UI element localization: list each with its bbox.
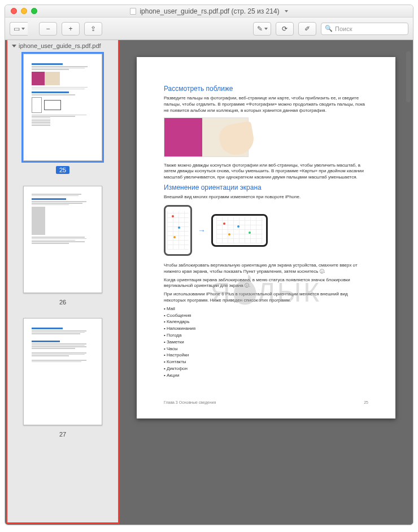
thumbnails-list[interactable]: 25 26	[7, 51, 118, 522]
heading-zoom: Рассмотреть поближе	[164, 84, 368, 93]
share-icon: ⇪	[90, 25, 96, 33]
window-maximize-button[interactable]	[31, 8, 37, 14]
window-title-text: iphone_user_guide_rs.pdf.pdf (стр. 25 из…	[140, 7, 279, 15]
title-dropdown-icon	[285, 10, 288, 12]
search-input[interactable]: 🔍 Поиск	[321, 23, 408, 35]
thumbnail-page-preview	[23, 186, 102, 293]
search-placeholder: Поиск	[335, 25, 352, 32]
thumbnail-label: 25	[56, 166, 69, 174]
illustration-pinch-zoom	[164, 117, 249, 157]
scrollbar[interactable]	[405, 40, 412, 525]
list-item: Напоминания	[164, 326, 368, 332]
app-window: iphone_user_guide_rs.pdf.pdf (стр. 25 из…	[5, 5, 413, 525]
list-item: Календарь	[164, 319, 368, 325]
list-item: Погода	[164, 333, 368, 339]
chapter-label: Глава 3 Основные сведения	[164, 400, 216, 405]
highlight-icon: ✎	[257, 25, 263, 33]
thumbnail-page-preview	[23, 54, 102, 161]
search-icon: 🔍	[325, 25, 333, 32]
page-number: 25	[364, 400, 368, 405]
toolbar: ▭ − + ⇪ ✎ ⟳ ✐ 🔍 Поиск	[5, 18, 413, 40]
phone-landscape-icon	[211, 214, 268, 247]
arrow-icon: →	[198, 225, 206, 236]
list-item: Контакты	[164, 359, 368, 365]
paragraph: Также можно дважды коснуться фотографии …	[164, 163, 368, 181]
paragraph: Внешний вид многих программ изменяется п…	[164, 194, 368, 200]
paragraph: При использовании iPhone 6 Plus в горизо…	[164, 291, 368, 304]
window-body: iphone_user_guide_rs.pdf.pdf	[5, 40, 413, 525]
list-item: Настройки	[164, 352, 368, 359]
disclosure-triangle-icon	[12, 45, 16, 47]
thumbnail-25[interactable]: 25	[19, 54, 107, 175]
document-icon	[130, 8, 136, 15]
list-item: Диктофон	[164, 366, 368, 372]
illustration-rotation: →	[164, 205, 368, 256]
thumbnail-27[interactable]: 27	[19, 318, 107, 439]
document-viewer[interactable]: Рассмотреть поближе Разведите пальцы на …	[119, 40, 413, 525]
thumbnail-26[interactable]: 26	[19, 186, 107, 307]
thumbnails-sidebar: iphone_user_guide_rs.pdf.pdf	[6, 40, 119, 524]
zoom-out-icon: −	[46, 25, 50, 33]
markup-button[interactable]: ✐	[298, 22, 316, 36]
heading-orientation: Изменение ориентации экрана	[164, 183, 368, 192]
list-item: Заметки	[164, 339, 368, 346]
highlight-button[interactable]: ✎	[253, 22, 271, 36]
list-item: Mail	[164, 306, 368, 312]
sidebar-icon: ▭	[14, 25, 20, 33]
share-button[interactable]: ⇪	[84, 22, 102, 36]
titlebar: iphone_user_guide_rs.pdf.pdf (стр. 25 из…	[5, 5, 413, 18]
window-title: iphone_user_guide_rs.pdf.pdf (стр. 25 из…	[5, 7, 413, 15]
list-item: Часы	[164, 346, 368, 352]
list-item: Акции	[164, 373, 368, 379]
thumbnail-label: 27	[59, 431, 66, 438]
sidebar-doc-name: iphone_user_guide_rs.pdf.pdf	[19, 42, 101, 49]
page-footer: Глава 3 Основные сведения 25	[164, 400, 368, 405]
scrollbar-thumb[interactable]	[406, 51, 411, 102]
zoom-in-button[interactable]: +	[62, 22, 80, 36]
phone-portrait-icon	[164, 205, 192, 256]
paragraph: Когда ориентация экрана заблокирована, в…	[164, 277, 368, 290]
sidebar-header[interactable]: iphone_user_guide_rs.pdf.pdf	[7, 40, 118, 51]
paragraph: Разведите пальцы на фотографии, веб-стра…	[164, 95, 368, 114]
zoom-out-button[interactable]: −	[39, 22, 57, 36]
rotate-button[interactable]: ⟳	[276, 22, 294, 36]
thumbnail-page-preview	[23, 318, 102, 425]
window-close-button[interactable]	[11, 8, 17, 14]
markup-icon: ✐	[304, 25, 310, 33]
thumbnail-label: 26	[59, 299, 66, 306]
sidebar-toggle-button[interactable]: ▭	[10, 22, 28, 36]
paragraph: Чтобы заблокировать вертикальную ориента…	[164, 263, 368, 275]
window-minimize-button[interactable]	[21, 8, 27, 14]
app-list: Mail Сообщения Календарь Напоминания Пог…	[164, 306, 368, 379]
rotate-icon: ⟳	[282, 25, 288, 33]
traffic-lights	[5, 8, 37, 14]
pdf-page: Рассмотреть поближе Разведите пальцы на …	[137, 57, 395, 418]
zoom-in-icon: +	[68, 25, 72, 33]
list-item: Сообщения	[164, 313, 368, 319]
